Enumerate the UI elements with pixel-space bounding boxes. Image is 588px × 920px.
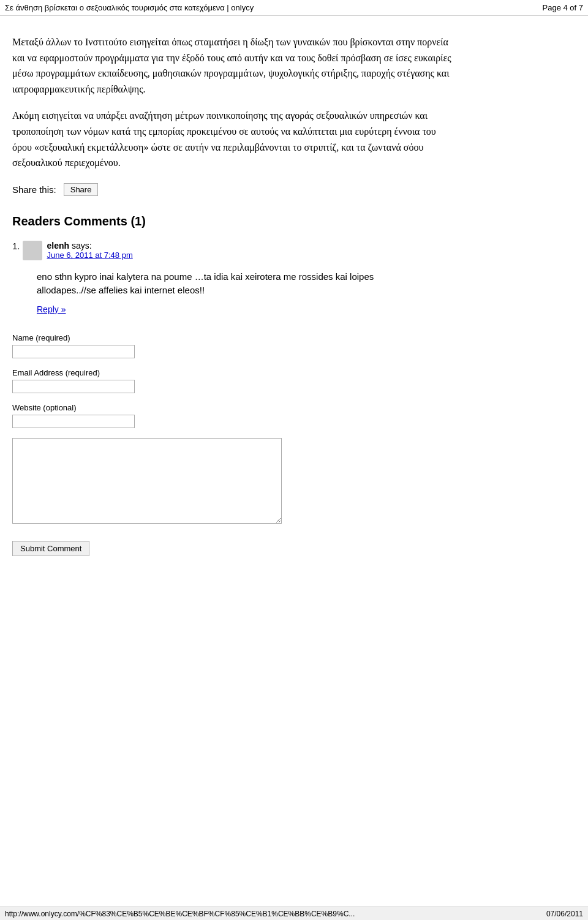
website-label: Website (optional): [12, 403, 453, 412]
email-label: Email Address (required): [12, 368, 453, 377]
comment-meta: elenh says: June 6, 2011 at 7:48 pm: [47, 241, 133, 260]
footer-date: 07/06/2011: [546, 910, 583, 918]
comment-header: elenh says: June 6, 2011 at 7:48 pm: [23, 241, 133, 260]
comment-says: says:: [72, 241, 92, 251]
footer-url: http://www.onlycy.com/%CF%83%CE%B5%CE%BE…: [5, 910, 355, 918]
readers-comments-heading: Readers Comments (1): [12, 214, 453, 228]
avatar: [23, 241, 42, 260]
name-label: Name (required): [12, 333, 453, 342]
header-bar: Σε άνθηση βρίσκεται ο σεξουαλικός τουρισ…: [0, 0, 588, 16]
footer-bar: http://www.onlycy.com/%CF%83%CE%B5%CE%BE…: [0, 907, 588, 920]
comment-item: 1. elenh says: June 6, 2011 at 7:48 pm: [12, 241, 453, 315]
comment-form: Name (required) Email Address (required)…: [12, 333, 453, 556]
comment-date-link[interactable]: June 6, 2011 at 7:48 pm: [47, 251, 133, 260]
share-label: Share this:: [12, 184, 56, 195]
comment-author: elenh: [47, 241, 70, 251]
main-content: Μεταξύ άλλων το Ινστιτούτο εισηγείται όπ…: [0, 16, 478, 568]
comment-reply-link[interactable]: Reply »: [37, 304, 66, 314]
article-paragraph-1: Μεταξύ άλλων το Ινστιτούτο εισηγείται όπ…: [12, 34, 453, 97]
page-indicator: Page 4 of 7: [543, 3, 584, 12]
website-input[interactable]: [12, 415, 135, 428]
comment-textarea[interactable]: [12, 438, 282, 524]
comment-body: eno sthn kypro inai kalytera na poume …t…: [37, 270, 453, 298]
submit-comment-button[interactable]: Submit Comment: [12, 541, 89, 556]
website-field-group: Website (optional): [12, 403, 453, 428]
comment-number: 1.: [12, 241, 20, 251]
page-title: Σε άνθηση βρίσκεται ο σεξουαλικός τουρισ…: [5, 3, 254, 12]
comments-list: 1. elenh says: June 6, 2011 at 7:48 pm: [12, 241, 453, 315]
email-field-group: Email Address (required): [12, 368, 453, 393]
name-input[interactable]: [12, 345, 135, 358]
article-paragraph-2: Ακόμη εισηγείται να υπάρξει αναζήτηση μέ…: [12, 108, 453, 170]
comment-textarea-group: [12, 438, 453, 524]
share-button[interactable]: Share: [64, 183, 99, 196]
email-input[interactable]: [12, 380, 135, 393]
share-section: Share this: Share: [12, 183, 453, 196]
comment-body-line2: allodapes..//se affelies kai internet el…: [37, 285, 205, 295]
name-field-group: Name (required): [12, 333, 453, 358]
comment-body-line1: eno sthn kypro inai kalytera na poume …t…: [37, 271, 374, 282]
